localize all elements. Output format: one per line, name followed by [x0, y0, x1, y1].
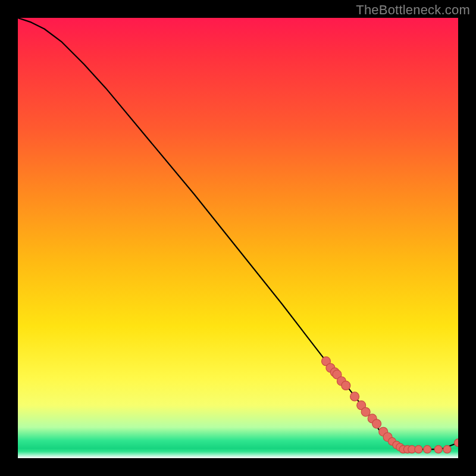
data-marker	[350, 392, 359, 401]
data-marker	[455, 439, 459, 447]
chart-frame: TheBottleneck.com	[0, 0, 476, 476]
data-marker	[342, 381, 350, 390]
data-marker	[361, 408, 370, 416]
data-marker	[434, 446, 442, 453]
data-marker	[372, 419, 381, 428]
data-marker	[443, 446, 451, 453]
bottleneck-curve-line	[18, 18, 458, 449]
watermark-label: TheBottleneck.com	[356, 2, 470, 18]
plot-area	[18, 18, 458, 458]
data-marker	[424, 446, 431, 453]
data-marker	[415, 446, 422, 453]
chart-svg	[18, 18, 458, 458]
data-markers-group	[322, 357, 459, 453]
